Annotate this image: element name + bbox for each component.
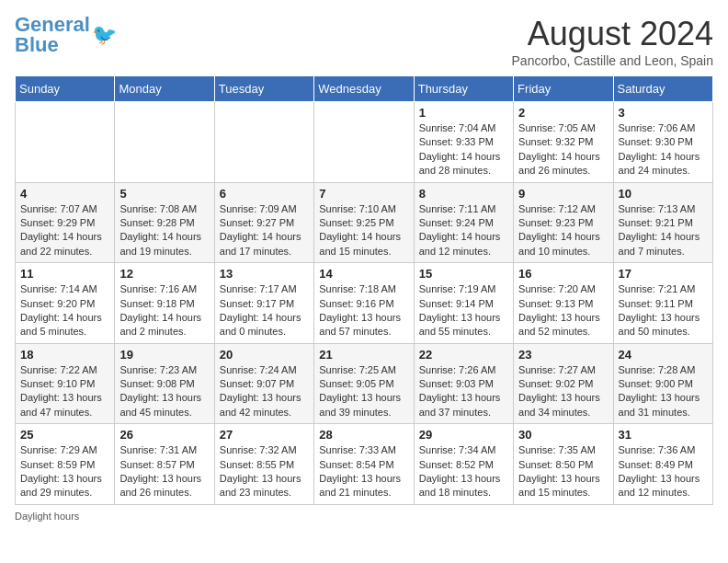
day-number: 6	[220, 187, 309, 201]
day-info: Sunrise: 7:04 AM Sunset: 9:33 PM Dayligh…	[419, 121, 508, 178]
table-row: 27Sunrise: 7:32 AM Sunset: 8:55 PM Dayli…	[214, 424, 313, 505]
day-info: Sunrise: 7:32 AM Sunset: 8:55 PM Dayligh…	[220, 443, 309, 500]
table-row: 17Sunrise: 7:21 AM Sunset: 9:11 PM Dayli…	[613, 263, 712, 344]
day-number: 5	[119, 187, 209, 201]
day-info: Sunrise: 7:24 AM Sunset: 9:07 PM Dayligh…	[220, 363, 309, 420]
day-number: 2	[518, 106, 608, 120]
table-row: 5Sunrise: 7:08 AM Sunset: 9:28 PM Daylig…	[115, 182, 214, 263]
month-title: August 2024	[512, 15, 713, 53]
calendar-week-row: 1Sunrise: 7:04 AM Sunset: 9:33 PM Daylig…	[16, 102, 713, 183]
day-info: Sunrise: 7:13 AM Sunset: 9:21 PM Dayligh…	[619, 202, 708, 259]
day-number: 1	[419, 106, 508, 120]
day-info: Sunrise: 7:06 AM Sunset: 9:30 PM Dayligh…	[619, 121, 708, 178]
day-info: Sunrise: 7:19 AM Sunset: 9:14 PM Dayligh…	[419, 282, 508, 339]
table-row: 9Sunrise: 7:12 AM Sunset: 9:23 PM Daylig…	[514, 182, 613, 263]
header-wednesday: Wednesday	[314, 76, 414, 102]
day-info: Sunrise: 7:23 AM Sunset: 9:08 PM Dayligh…	[119, 363, 209, 420]
day-number: 28	[319, 428, 408, 442]
table-row: 21Sunrise: 7:25 AM Sunset: 9:05 PM Dayli…	[314, 343, 414, 424]
table-row	[16, 102, 115, 183]
day-number: 8	[419, 187, 508, 201]
day-info: Sunrise: 7:29 AM Sunset: 8:59 PM Dayligh…	[20, 443, 109, 500]
day-number: 10	[619, 187, 708, 201]
day-info: Sunrise: 7:33 AM Sunset: 8:54 PM Dayligh…	[319, 443, 408, 500]
header-monday: Monday	[115, 76, 214, 102]
day-info: Sunrise: 7:10 AM Sunset: 9:25 PM Dayligh…	[319, 202, 408, 259]
table-row: 19Sunrise: 7:23 AM Sunset: 9:08 PM Dayli…	[115, 343, 214, 424]
table-row: 12Sunrise: 7:16 AM Sunset: 9:18 PM Dayli…	[115, 263, 214, 344]
table-row: 7Sunrise: 7:10 AM Sunset: 9:25 PM Daylig…	[314, 182, 414, 263]
header-sunday: Sunday	[16, 76, 115, 102]
day-info: Sunrise: 7:14 AM Sunset: 9:20 PM Dayligh…	[20, 282, 109, 339]
table-row: 4Sunrise: 7:07 AM Sunset: 9:29 PM Daylig…	[16, 182, 115, 263]
table-row: 2Sunrise: 7:05 AM Sunset: 9:32 PM Daylig…	[514, 102, 613, 183]
calendar-week-row: 25Sunrise: 7:29 AM Sunset: 8:59 PM Dayli…	[16, 424, 713, 505]
day-number: 4	[20, 187, 109, 201]
day-number: 3	[619, 106, 708, 120]
table-row: 30Sunrise: 7:35 AM Sunset: 8:50 PM Dayli…	[514, 424, 613, 505]
logo-text: GeneralBlue	[15, 15, 90, 55]
day-number: 27	[220, 428, 309, 442]
day-info: Sunrise: 7:18 AM Sunset: 9:16 PM Dayligh…	[319, 282, 408, 339]
day-number: 30	[518, 428, 608, 442]
table-row: 8Sunrise: 7:11 AM Sunset: 9:24 PM Daylig…	[414, 182, 513, 263]
day-number: 7	[319, 187, 408, 201]
table-row: 25Sunrise: 7:29 AM Sunset: 8:59 PM Dayli…	[16, 424, 115, 505]
table-row: 20Sunrise: 7:24 AM Sunset: 9:07 PM Dayli…	[214, 343, 313, 424]
footer-note: Daylight hours	[15, 511, 713, 522]
day-info: Sunrise: 7:26 AM Sunset: 9:03 PM Dayligh…	[419, 363, 508, 420]
calendar-header-row: Sunday Monday Tuesday Wednesday Thursday…	[16, 76, 713, 102]
table-row: 29Sunrise: 7:34 AM Sunset: 8:52 PM Dayli…	[414, 424, 513, 505]
table-row	[214, 102, 313, 183]
day-info: Sunrise: 7:34 AM Sunset: 8:52 PM Dayligh…	[419, 443, 508, 500]
calendar-table: Sunday Monday Tuesday Wednesday Thursday…	[15, 75, 713, 505]
header-friday: Friday	[514, 76, 613, 102]
header-saturday: Saturday	[613, 76, 712, 102]
table-row	[314, 102, 414, 183]
day-number: 9	[518, 187, 608, 201]
calendar-week-row: 4Sunrise: 7:07 AM Sunset: 9:29 PM Daylig…	[16, 182, 713, 263]
day-number: 31	[619, 428, 708, 442]
table-row: 16Sunrise: 7:20 AM Sunset: 9:13 PM Dayli…	[514, 263, 613, 344]
day-info: Sunrise: 7:36 AM Sunset: 8:49 PM Dayligh…	[619, 443, 708, 500]
day-number: 13	[220, 267, 309, 281]
day-info: Sunrise: 7:08 AM Sunset: 9:28 PM Dayligh…	[119, 202, 209, 259]
day-info: Sunrise: 7:09 AM Sunset: 9:27 PM Dayligh…	[220, 202, 309, 259]
header-thursday: Thursday	[414, 76, 513, 102]
day-info: Sunrise: 7:07 AM Sunset: 9:29 PM Dayligh…	[20, 202, 109, 259]
day-info: Sunrise: 7:21 AM Sunset: 9:11 PM Dayligh…	[619, 282, 708, 339]
title-block: August 2024 Pancorbo, Castille and Leon,…	[512, 15, 713, 68]
day-number: 25	[20, 428, 109, 442]
page-header: GeneralBlue 🐦 August 2024 Pancorbo, Cast…	[15, 15, 713, 68]
table-row: 10Sunrise: 7:13 AM Sunset: 9:21 PM Dayli…	[613, 182, 712, 263]
day-info: Sunrise: 7:35 AM Sunset: 8:50 PM Dayligh…	[518, 443, 608, 500]
day-number: 24	[619, 348, 708, 362]
day-number: 17	[619, 267, 708, 281]
day-info: Sunrise: 7:16 AM Sunset: 9:18 PM Dayligh…	[119, 282, 209, 339]
day-info: Sunrise: 7:12 AM Sunset: 9:23 PM Dayligh…	[518, 202, 608, 259]
day-info: Sunrise: 7:05 AM Sunset: 9:32 PM Dayligh…	[518, 121, 608, 178]
day-number: 11	[20, 267, 109, 281]
day-info: Sunrise: 7:22 AM Sunset: 9:10 PM Dayligh…	[20, 363, 109, 420]
table-row: 1Sunrise: 7:04 AM Sunset: 9:33 PM Daylig…	[414, 102, 513, 183]
day-number: 14	[319, 267, 408, 281]
logo-bird-icon: 🐦	[92, 23, 117, 47]
day-number: 18	[20, 348, 109, 362]
day-number: 22	[419, 348, 508, 362]
table-row: 11Sunrise: 7:14 AM Sunset: 9:20 PM Dayli…	[16, 263, 115, 344]
day-number: 20	[220, 348, 309, 362]
day-number: 29	[419, 428, 508, 442]
day-info: Sunrise: 7:25 AM Sunset: 9:05 PM Dayligh…	[319, 363, 408, 420]
calendar-week-row: 18Sunrise: 7:22 AM Sunset: 9:10 PM Dayli…	[16, 343, 713, 424]
day-number: 15	[419, 267, 508, 281]
table-row	[115, 102, 214, 183]
day-number: 26	[119, 428, 209, 442]
day-info: Sunrise: 7:17 AM Sunset: 9:17 PM Dayligh…	[220, 282, 309, 339]
day-number: 21	[319, 348, 408, 362]
day-number: 16	[518, 267, 608, 281]
table-row: 28Sunrise: 7:33 AM Sunset: 8:54 PM Dayli…	[314, 424, 414, 505]
table-row: 24Sunrise: 7:28 AM Sunset: 9:00 PM Dayli…	[613, 343, 712, 424]
header-tuesday: Tuesday	[214, 76, 313, 102]
day-number: 12	[119, 267, 209, 281]
table-row: 26Sunrise: 7:31 AM Sunset: 8:57 PM Dayli…	[115, 424, 214, 505]
